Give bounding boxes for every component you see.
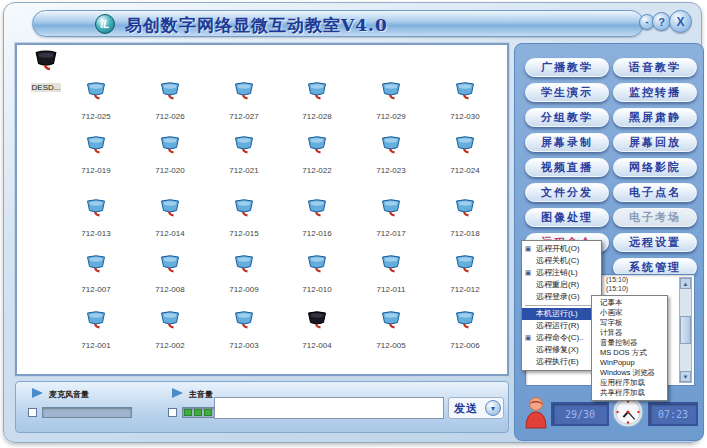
- listbox-scrollbar[interactable]: ▲ ▼: [679, 277, 692, 383]
- sidebar-button[interactable]: 远程设置: [613, 233, 697, 252]
- scroll-up-icon[interactable]: ▲: [680, 278, 691, 289]
- sidebar-button[interactable]: 广播教学: [525, 58, 609, 77]
- student-computer[interactable]: 712-002: [139, 310, 201, 352]
- submenu-item[interactable]: 共享程序加载: [592, 388, 667, 398]
- scroll-down-icon[interactable]: ▼: [680, 371, 691, 382]
- sidebar-button[interactable]: 屏幕回放: [613, 133, 697, 152]
- menu-item[interactable]: 远程运行(R)▶: [522, 320, 601, 332]
- student-computer[interactable]: 712-017: [360, 198, 422, 240]
- student-label: 712-012: [449, 285, 480, 294]
- teacher-monitor-icon: [32, 58, 60, 75]
- student-label: 712-010: [301, 285, 332, 294]
- student-computer[interactable]: 712-003: [213, 310, 275, 352]
- student-computer[interactable]: 712-004: [286, 310, 348, 352]
- student-computer[interactable]: 712-001: [65, 310, 127, 352]
- send-button[interactable]: 发送 ▼: [448, 397, 504, 419]
- student-monitor-icon: [232, 87, 256, 104]
- sidebar-button[interactable]: 语音教学: [613, 58, 697, 77]
- student-computer[interactable]: 712-019: [65, 135, 127, 177]
- student-computer[interactable]: 712-009: [213, 254, 275, 296]
- close-button[interactable]: X: [669, 10, 692, 33]
- student-computer[interactable]: 712-016: [286, 198, 348, 240]
- sidebar-button[interactable]: 分组教学: [525, 108, 609, 127]
- student-computer[interactable]: 712-029: [360, 81, 422, 123]
- student-computer[interactable]: 712-010: [286, 254, 348, 296]
- menu-item[interactable]: ▣远程注销(L): [522, 267, 601, 279]
- student-monitor-icon: [232, 204, 256, 221]
- student-label: 712-028: [301, 112, 332, 121]
- student-computer[interactable]: 712-027: [213, 81, 275, 123]
- menu-item[interactable]: 远程修复(X): [522, 344, 601, 356]
- sidebar-button[interactable]: 电子考场: [613, 208, 697, 227]
- student-monitor-icon: [84, 87, 108, 104]
- student-label: 712-026: [154, 112, 185, 121]
- message-input[interactable]: [214, 397, 444, 419]
- send-dropdown-icon[interactable]: ▼: [485, 400, 501, 416]
- sidebar-button[interactable]: 电子点名: [613, 183, 697, 202]
- student-label: 712-022: [301, 166, 332, 175]
- student-computer[interactable]: 712-023: [360, 135, 422, 177]
- mic-volume-checkbox[interactable]: [28, 408, 37, 417]
- sidebar-button[interactable]: 屏幕录制: [525, 133, 609, 152]
- window-controls: - ? X: [639, 10, 692, 33]
- student-computer[interactable]: 712-025: [65, 81, 127, 123]
- menu-item[interactable]: 本机运行(L)▶: [522, 308, 601, 320]
- student-computer[interactable]: 712-006: [434, 310, 496, 352]
- student-computer[interactable]: 712-012: [434, 254, 496, 296]
- submenu-item[interactable]: 小画家: [592, 308, 667, 318]
- student-computer[interactable]: 712-007: [65, 254, 127, 296]
- sidebar-button[interactable]: 图像处理: [525, 208, 609, 227]
- menu-item-label: 远程执行(E): [536, 357, 579, 366]
- sidebar-button[interactable]: 学生演示: [525, 83, 609, 102]
- mic-volume-slider[interactable]: [42, 407, 132, 418]
- submenu-item[interactable]: 记事本: [592, 298, 667, 308]
- submenu-item[interactable]: 音量控制器: [592, 338, 667, 348]
- menu-item[interactable]: 远程登录(G): [522, 291, 601, 303]
- student-label: 712-029: [375, 112, 406, 121]
- sidebar-button[interactable]: 网络影院: [613, 158, 697, 177]
- student-computer[interactable]: 712-014: [139, 198, 201, 240]
- student-monitor-icon: [453, 260, 477, 277]
- student-computer[interactable]: 712-005: [360, 310, 422, 352]
- main-volume-checkbox[interactable]: [168, 408, 177, 417]
- student-computer[interactable]: 712-022: [286, 135, 348, 177]
- menu-item[interactable]: 远程重启(R): [522, 279, 601, 291]
- clock-icon: [612, 396, 644, 432]
- student-computer[interactable]: 712-015: [213, 198, 275, 240]
- menu-item[interactable]: ▣远程命令(C)..: [522, 332, 601, 344]
- student-computer[interactable]: 712-011: [360, 254, 422, 296]
- menu-item[interactable]: ▣远程开机(O): [522, 243, 601, 255]
- submenu-item[interactable]: 应用程序加载: [592, 378, 667, 388]
- student-computer[interactable]: 712-021: [213, 135, 275, 177]
- student-computer[interactable]: 712-018: [434, 198, 496, 240]
- sidebar-button[interactable]: 文件分发: [525, 183, 609, 202]
- submenu-item[interactable]: MS DOS 方式: [592, 348, 667, 358]
- student-computer[interactable]: 712-026: [139, 81, 201, 123]
- student-computer[interactable]: 712-013: [65, 198, 127, 240]
- submenu-item[interactable]: Windows 浏览器: [592, 368, 667, 378]
- remote-command-menu: ▣远程开机(O)远程关机(C)▣远程注销(L)远程重启(R)远程登录(G)本机运…: [521, 240, 602, 371]
- submenu-item[interactable]: 写字板: [592, 318, 667, 328]
- student-computer[interactable]: 712-024: [434, 135, 496, 177]
- sidebar-button[interactable]: 监控转播: [613, 83, 697, 102]
- title-bar: iL 易创数字网络显微互动教室V4.0: [32, 10, 644, 37]
- student-monitor-icon: [158, 87, 182, 104]
- menu-item[interactable]: 远程关机(C): [522, 255, 601, 267]
- sidebar-button[interactable]: 视频直播: [525, 158, 609, 177]
- student-computer[interactable]: 712-020: [139, 135, 201, 177]
- submenu-item[interactable]: WinPopup: [592, 358, 667, 368]
- student-monitor-icon: [453, 141, 477, 158]
- menu-item-label: 远程注销(L): [536, 268, 578, 277]
- sidebar-button[interactable]: 黑屏肃静: [613, 108, 697, 127]
- menu-item[interactable]: 远程执行(E): [522, 356, 601, 368]
- student-monitor-icon: [158, 260, 182, 277]
- submenu-item[interactable]: 计算器: [592, 328, 667, 338]
- scrollbar-thumb[interactable]: [680, 316, 691, 344]
- student-computer[interactable]: 712-008: [139, 254, 201, 296]
- menu-item-label: 远程修复(X): [536, 345, 579, 354]
- student-computer[interactable]: 712-030: [434, 81, 496, 123]
- teacher-label: DESD...: [31, 83, 62, 92]
- app-small-icon: ▣: [524, 269, 532, 277]
- person-icon: [523, 396, 549, 434]
- student-computer[interactable]: 712-028: [286, 81, 348, 123]
